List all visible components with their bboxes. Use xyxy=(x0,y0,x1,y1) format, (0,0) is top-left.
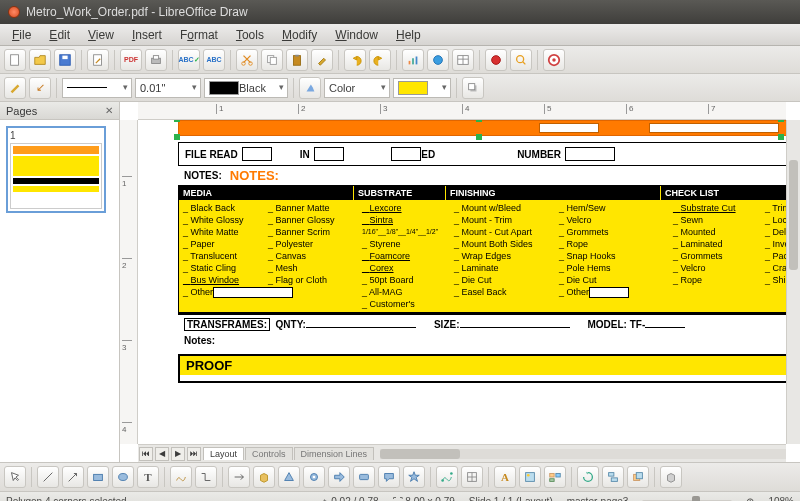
redo-button[interactable] xyxy=(369,49,391,71)
tab-nav-prev[interactable]: ◀ xyxy=(155,447,169,461)
menu-view[interactable]: View xyxy=(80,26,122,44)
open-button[interactable] xyxy=(29,49,51,71)
header-substrate: SUBSTRATE xyxy=(354,186,446,200)
ruler-horizontal[interactable]: 1 2 3 4 5 6 7 xyxy=(138,102,786,120)
list-item: Substrate Cut xyxy=(673,202,765,214)
save-button[interactable] xyxy=(54,49,76,71)
selection-handle[interactable] xyxy=(476,120,482,122)
menu-window[interactable]: Window xyxy=(327,26,386,44)
connector-tool[interactable] xyxy=(195,466,217,488)
tab-nav-last[interactable]: ⏭ xyxy=(187,447,201,461)
fill-type-dropdown[interactable]: Color xyxy=(324,78,390,98)
svg-rect-33 xyxy=(550,474,554,478)
pages-panel-close-icon[interactable]: ✕ xyxy=(105,105,113,116)
callouts-tool[interactable] xyxy=(378,466,400,488)
line-color-dropdown[interactable]: Black xyxy=(204,78,288,98)
gallery-tool[interactable] xyxy=(544,466,566,488)
document-page[interactable]: FILE READ IN PRI ED NUMBER NOTES: NOTES: xyxy=(178,120,786,383)
ruler-vertical[interactable]: 1 2 3 4 xyxy=(120,120,138,444)
ruler-h-tick: 2 xyxy=(298,104,305,114)
curve-tool[interactable] xyxy=(170,466,192,488)
menu-tools[interactable]: Tools xyxy=(228,26,272,44)
from-file-tool[interactable] xyxy=(519,466,541,488)
line-width-dropdown[interactable]: 0.01" xyxy=(135,78,201,98)
print-button[interactable] xyxy=(145,49,167,71)
symbol-shapes-tool[interactable] xyxy=(303,466,325,488)
svg-rect-11 xyxy=(295,54,299,56)
table-button[interactable] xyxy=(452,49,474,71)
menu-edit[interactable]: Edit xyxy=(41,26,78,44)
points-tool[interactable] xyxy=(436,466,458,488)
flowchart-tool[interactable] xyxy=(353,466,375,488)
scrollbar-horizontal[interactable] xyxy=(380,449,786,459)
status-size: 8.00 x 0.79 xyxy=(405,496,454,501)
menu-insert[interactable]: Insert xyxy=(124,26,170,44)
menu-format[interactable]: Format xyxy=(172,26,226,44)
chart-button[interactable] xyxy=(402,49,424,71)
selection-handle[interactable] xyxy=(778,134,784,140)
tab-controls[interactable]: Controls xyxy=(245,447,293,460)
selection-handle[interactable] xyxy=(174,134,180,140)
gluepoints-tool[interactable] xyxy=(461,466,483,488)
header-finishing: FINISHING xyxy=(446,186,661,200)
zoom-button[interactable] xyxy=(510,49,532,71)
hyperlink-button[interactable] xyxy=(427,49,449,71)
arrow-style-button[interactable]: ↙ xyxy=(29,77,51,99)
cut-button[interactable] xyxy=(236,49,258,71)
list-item: Canvas xyxy=(268,250,353,262)
menu-help[interactable]: Help xyxy=(388,26,429,44)
show-draw-functions-button[interactable] xyxy=(4,77,26,99)
alignment-tool[interactable] xyxy=(602,466,624,488)
navigator-button[interactable] xyxy=(485,49,507,71)
export-pdf-button[interactable]: PDF xyxy=(120,49,142,71)
text-tool[interactable]: T xyxy=(137,466,159,488)
edit-file-button[interactable] xyxy=(87,49,109,71)
selection-handle[interactable] xyxy=(476,134,482,140)
selected-polygon[interactable] xyxy=(178,120,786,136)
tab-nav-next[interactable]: ▶ xyxy=(171,447,185,461)
list-item: Crate xyxy=(765,262,786,274)
svg-point-24 xyxy=(119,474,128,481)
extrusion-tool[interactable] xyxy=(660,466,682,488)
new-button[interactable] xyxy=(4,49,26,71)
line-tool[interactable] xyxy=(37,466,59,488)
list-item: Translucent xyxy=(183,250,268,262)
svg-rect-23 xyxy=(94,474,103,480)
format-paintbrush-button[interactable] xyxy=(311,49,333,71)
ellipse-tool[interactable] xyxy=(112,466,134,488)
tab-nav-first[interactable]: ⏮ xyxy=(139,447,153,461)
line-style-dropdown[interactable] xyxy=(62,78,132,98)
window-close-button[interactable] xyxy=(8,6,20,18)
paste-button[interactable] xyxy=(286,49,308,71)
menu-modify[interactable]: Modify xyxy=(274,26,325,44)
selection-handle[interactable] xyxy=(174,120,180,122)
pages-panel-body[interactable]: 1 xyxy=(0,120,119,462)
help-button[interactable] xyxy=(543,49,565,71)
tab-dimension-lines[interactable]: Dimension Lines xyxy=(294,447,375,460)
status-zoom[interactable]: 108% xyxy=(768,496,794,501)
selection-handle[interactable] xyxy=(778,120,784,122)
block-arrows-tool[interactable] xyxy=(328,466,350,488)
select-tool[interactable] xyxy=(4,466,26,488)
spellcheck-button[interactable]: ABC✓ xyxy=(178,49,200,71)
drawing-canvas[interactable]: FILE READ IN PRI ED NUMBER NOTES: NOTES: xyxy=(138,120,786,444)
page-thumbnail-1[interactable]: 1 xyxy=(6,126,106,213)
stars-tool[interactable] xyxy=(403,466,425,488)
shadow-button[interactable] xyxy=(462,77,484,99)
line-arrow-tool[interactable] xyxy=(62,466,84,488)
scrollbar-vertical[interactable] xyxy=(786,120,800,444)
copy-button[interactable] xyxy=(261,49,283,71)
undo-button[interactable] xyxy=(344,49,366,71)
fontwork-tool[interactable]: A xyxy=(494,466,516,488)
rectangle-tool[interactable] xyxy=(87,466,109,488)
area-button[interactable] xyxy=(299,77,321,99)
autospellcheck-button[interactable]: ABC xyxy=(203,49,225,71)
3d-objects-tool[interactable] xyxy=(253,466,275,488)
tab-layout[interactable]: Layout xyxy=(203,447,244,460)
basic-shapes-tool[interactable] xyxy=(278,466,300,488)
fill-color-dropdown[interactable] xyxy=(393,78,451,98)
arrange-tool[interactable] xyxy=(627,466,649,488)
menu-file[interactable]: File xyxy=(4,26,39,44)
rotate-tool[interactable] xyxy=(577,466,599,488)
lines-arrows-tool[interactable] xyxy=(228,466,250,488)
